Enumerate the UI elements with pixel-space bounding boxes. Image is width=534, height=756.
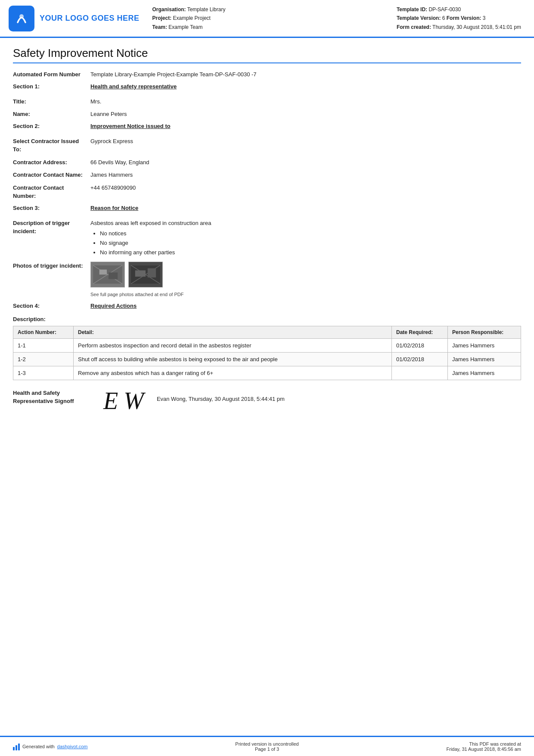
section2-value: Improvement Notice issued to bbox=[90, 123, 171, 129]
actions-table: Action Number: Detail: Date Required: Pe… bbox=[13, 326, 521, 380]
address-row: Contractor Address: 66 Devils Way, Engla… bbox=[13, 157, 521, 167]
doc-title: Safety Improvement Notice bbox=[13, 47, 521, 63]
signoff-label: Health and Safety Representative Signoff bbox=[13, 389, 90, 406]
table-section: Description: Action Number: Detail: Date… bbox=[13, 316, 521, 380]
footer-generated-text: Generated with bbox=[22, 744, 55, 749]
contact-name-label: Contractor Contact Name: bbox=[13, 170, 90, 179]
contact-name-row: Contractor Contact Name: James Hammers bbox=[13, 170, 521, 179]
footer-page-number: Page 1 of 3 bbox=[235, 747, 298, 752]
org-label: Organisation: bbox=[152, 6, 186, 12]
cell-date bbox=[392, 366, 448, 380]
footer-link[interactable]: dashpivot.com bbox=[57, 744, 88, 749]
template-version-label: Template Version: bbox=[397, 15, 441, 21]
form-version-label: Form Version: bbox=[447, 15, 481, 21]
cell-detail: Perform asbestos inspection and record d… bbox=[74, 338, 392, 352]
footer-right: This PDF was created at Friday, 31 Augus… bbox=[447, 741, 521, 752]
cell-person: James Hammers bbox=[448, 338, 521, 352]
svg-rect-11 bbox=[135, 271, 146, 277]
logo-area: YOUR LOGO GOES HERE bbox=[9, 5, 140, 31]
template-id-value: DP-SAF-0030 bbox=[428, 6, 461, 12]
project-row: Project: Example Project bbox=[152, 14, 384, 22]
photos-area: See full page photos attached at end of … bbox=[90, 262, 521, 298]
cell-person: James Hammers bbox=[448, 366, 521, 380]
contact-number-row: Contractor Contact Number: +44 657489090… bbox=[13, 183, 521, 200]
footer-page-info: Printed version is uncontrolled bbox=[235, 741, 298, 747]
page: YOUR LOGO GOES HERE Organisation: Templa… bbox=[0, 0, 534, 756]
table-desc-label: Description: bbox=[13, 316, 521, 322]
bars-icon bbox=[13, 743, 20, 750]
section1-value: Health and safety representative bbox=[90, 83, 177, 90]
logo-icon bbox=[9, 6, 34, 31]
version-row: Template Version: 6 Form Version: 3 bbox=[397, 14, 521, 22]
address-value: 66 Devils Way, England bbox=[90, 157, 521, 167]
title-value: Mrs. bbox=[90, 97, 521, 106]
section4-value: Required Actions bbox=[90, 303, 137, 309]
contact-number-label: Contractor Contact Number: bbox=[13, 183, 90, 200]
cell-detail: Remove any asbestos which has a danger r… bbox=[74, 366, 392, 380]
signoff-meta: Evan Wong, Thursday, 30 August 2018, 5:4… bbox=[157, 389, 285, 402]
contact-number-value: +44 65748909090 bbox=[90, 183, 521, 192]
col-person: Person Responsible: bbox=[448, 326, 521, 338]
col-action: Action Number: bbox=[13, 326, 74, 338]
footer-left: Generated with dashpivot.com bbox=[13, 743, 88, 750]
name-value: Leanne Peters bbox=[90, 109, 521, 119]
header: YOUR LOGO GOES HERE Organisation: Templa… bbox=[0, 0, 534, 38]
footer-logo bbox=[13, 743, 20, 750]
photo-thumb-2 bbox=[128, 262, 163, 287]
address-label: Contractor Address: bbox=[13, 157, 90, 167]
bullet-item: No signage bbox=[100, 238, 521, 248]
team-label: Team: bbox=[152, 24, 167, 30]
section4-label: Section 4: bbox=[13, 303, 90, 309]
bar2 bbox=[16, 745, 17, 750]
col-date: Date Required: bbox=[392, 326, 448, 338]
main-content: Safety Improvement Notice Automated Form… bbox=[0, 38, 534, 736]
form-number-value: Template Library-Example Project-Example… bbox=[90, 69, 521, 79]
col-detail: Detail: bbox=[74, 326, 392, 338]
cell-date: 01/02/2018 bbox=[392, 338, 448, 352]
project-label: Project: bbox=[152, 15, 172, 21]
section2-label: Section 2: bbox=[13, 123, 90, 129]
table-row: 1-2Shut off access to building while asb… bbox=[13, 352, 521, 366]
section4-row: Section 4: Required Actions bbox=[13, 303, 521, 309]
photos-value: See full page photos attached at end of … bbox=[90, 261, 521, 298]
table-row: 1-1Perform asbestos inspection and recor… bbox=[13, 338, 521, 352]
bar1 bbox=[13, 747, 15, 750]
section3-value: Reason for Notice bbox=[90, 205, 138, 211]
team-row: Team: Example Team bbox=[152, 23, 384, 31]
description-text: Asbestos areas left exposed in construct… bbox=[90, 220, 211, 226]
header-right: Template ID: DP-SAF-0030 Template Versio… bbox=[397, 5, 521, 31]
form-number-row: Automated Form Number Template Library-E… bbox=[13, 69, 521, 79]
template-id-row: Template ID: DP-SAF-0030 bbox=[397, 5, 521, 14]
cell-detail: Shut off access to building while asbest… bbox=[74, 352, 392, 366]
title-row: Title: Mrs. bbox=[13, 97, 521, 106]
photo-thumb-1 bbox=[90, 262, 125, 287]
footer-center: Printed version is uncontrolled Page 1 o… bbox=[235, 741, 298, 752]
name-label: Name: bbox=[13, 109, 90, 119]
svg-rect-5 bbox=[99, 270, 107, 275]
team-value: Example Team bbox=[168, 24, 202, 30]
footer: Generated with dashpivot.com Printed ver… bbox=[0, 736, 534, 756]
contractor-row: Select Contractor Issued To: Gyprock Exp… bbox=[13, 136, 521, 154]
signoff-section: Health and Safety Representative Signoff… bbox=[13, 389, 521, 413]
description-value: Asbestos areas left exposed in construct… bbox=[90, 218, 521, 258]
cell-date: 01/02/2018 bbox=[392, 352, 448, 366]
footer-pdf-info-line2: Friday, 31 August 2018, 8:45:56 am bbox=[447, 747, 521, 752]
bullet-list: No noticesNo signageNo informing any oth… bbox=[90, 229, 521, 257]
table-header-row: Action Number: Detail: Date Required: Pe… bbox=[13, 326, 521, 338]
template-id-label: Template ID: bbox=[397, 6, 427, 12]
photos-row: Photos of trigger incident: bbox=[13, 261, 521, 298]
contact-name-value: James Hammers bbox=[90, 170, 521, 179]
section3-row: Section 3: Reason for Notice bbox=[13, 205, 521, 211]
form-number-label: Automated Form Number bbox=[13, 69, 90, 79]
table-row: 1-3Remove any asbestos which has a dange… bbox=[13, 366, 521, 380]
cell-action: 1-2 bbox=[13, 352, 74, 366]
svg-rect-12 bbox=[148, 269, 156, 278]
contractor-value: Gyprock Express bbox=[90, 136, 521, 146]
bullet-item: No informing any other parties bbox=[100, 248, 521, 257]
project-value: Example Project bbox=[173, 15, 211, 21]
template-version-value: 6 bbox=[442, 15, 445, 21]
svg-point-0 bbox=[19, 14, 24, 19]
photo-thumbs bbox=[90, 262, 521, 287]
form-version-value: 3 bbox=[483, 15, 486, 21]
form-created-row: Form created: Thursday, 30 August 2018, … bbox=[397, 23, 521, 31]
